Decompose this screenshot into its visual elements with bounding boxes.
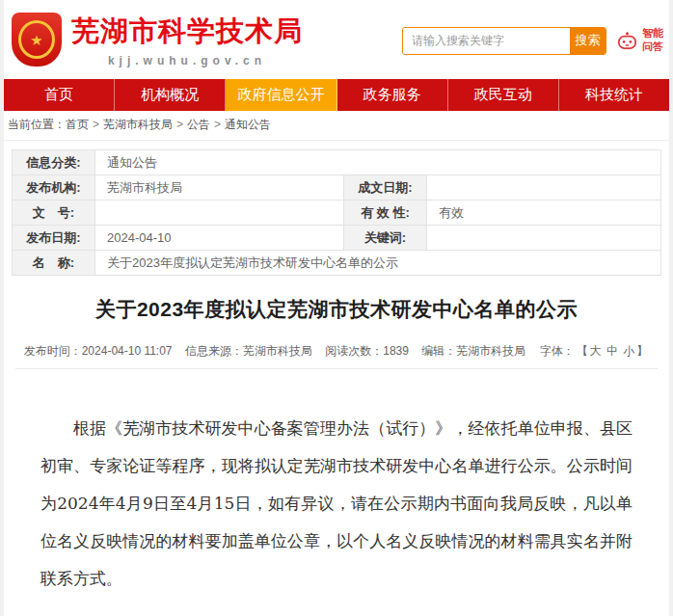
breadcrumb-separator: > (214, 118, 221, 131)
header-tools: 搜索 智能 问答 (402, 27, 663, 55)
article-body: 根据《芜湖市技术研发中心备案管理办法（试行）》，经依托单位申报、县区初审、专家论… (12, 410, 661, 616)
info-category-label: 信息分类: (13, 150, 95, 175)
breadcrumb-home[interactable]: 首页 (66, 118, 89, 131)
nav-item-tech-statistics[interactable]: 科技统计 (559, 79, 669, 111)
font-size-bracket-close: 】 (636, 344, 648, 358)
emblem-star-icon: ★ (18, 20, 55, 59)
article-title: 关于2023年度拟认定芜湖市技术研发中心名单的公示 (12, 296, 661, 323)
meta-divider (15, 368, 658, 369)
info-name-value: 关于2023年度拟认定芜湖市技术研发中心名单的公示 (95, 251, 661, 276)
info-doc-number-value (95, 201, 344, 226)
font-size-label: 字体： (540, 344, 575, 358)
nav-item-gov-services[interactable]: 政务服务 (337, 79, 448, 111)
smart-qa-line1: 智能 (642, 27, 663, 40)
font-size-large-button[interactable]: 大 (590, 344, 602, 358)
breadcrumb-separator: > (93, 118, 99, 131)
article-meta: 发布时间：2024-04-10 11:07 信息来源：芜湖市科技局 阅读次数：1… (12, 343, 661, 360)
info-keywords-value (427, 226, 661, 251)
info-name-label: 名 称: (13, 251, 95, 276)
editor: 编辑：芜湖市科技局 (421, 344, 525, 358)
info-org-value: 芜湖市科技局 (95, 175, 344, 201)
info-publish-date-value: 2024-04-10 (95, 226, 344, 251)
read-count: 阅读次数：1839 (325, 344, 409, 358)
table-row: 信息分类: 通知公告 (13, 150, 661, 175)
nav-item-public-interaction[interactable]: 政民互动 (448, 79, 559, 111)
article-paragraph: 根据《芜湖市技术研发中心备案管理办法（试行）》，经依托单位申报、县区初审、专家论… (40, 410, 633, 598)
site-logo-link[interactable]: ★ 芜湖市科学技术局 kjj.wuhu.gov.cn (12, 13, 303, 67)
smart-qa-label: 智能 问答 (642, 27, 663, 54)
info-publish-date-label: 发布日期: (13, 226, 95, 251)
info-validity-value: 有效 (427, 201, 661, 226)
search-input[interactable] (403, 28, 570, 54)
main-nav: 首页 机构概况 政府信息公开 政务服务 政民互动 科技统计 (4, 79, 669, 111)
site-identity: 芜湖市科学技术局 kjj.wuhu.gov.cn (71, 13, 303, 67)
info-org-label: 发布机构: (13, 175, 95, 201)
info-validity-label: 有 效 性: (344, 201, 427, 226)
site-header: ★ 芜湖市科学技术局 kjj.wuhu.gov.cn 搜索 (4, 0, 669, 79)
breadcrumb-notices[interactable]: 通知公告 (225, 118, 271, 131)
font-size-medium-button[interactable]: 中 (606, 344, 618, 358)
site-title: 芜湖市科学技术局 (71, 13, 303, 51)
publish-time: 发布时间：2024-04-10 11:07 (24, 344, 173, 358)
breadcrumb: 当前位置：首页>芜湖市科技局>公告>通知公告 (4, 111, 669, 141)
smart-qa-entry[interactable]: 智能 问答 (616, 27, 663, 54)
font-size-small-button[interactable]: 小 (623, 344, 634, 358)
info-category-value: 通知公告 (95, 150, 661, 175)
breadcrumb-announcements[interactable]: 公告 (187, 118, 210, 131)
search-button[interactable]: 搜索 (570, 28, 606, 54)
font-size-bracket-open: 【 (577, 344, 588, 358)
page-container: ★ 芜湖市科学技术局 kjj.wuhu.gov.cn 搜索 (4, 0, 669, 616)
main-content: 信息分类: 通知公告 发布机构: 芜湖市科技局 成文日期: 文 号: 有 效 性… (4, 141, 669, 616)
breadcrumb-prefix: 当前位置： (8, 118, 66, 131)
breadcrumb-bureau[interactable]: 芜湖市科技局 (103, 118, 173, 131)
nav-item-home[interactable]: 首页 (4, 79, 115, 111)
robot-icon (616, 30, 638, 52)
site-url: kjj.wuhu.gov.cn (71, 54, 303, 67)
info-keywords-label: 关键词: (344, 226, 427, 251)
table-row: 文 号: 有 效 性: 有效 (13, 201, 661, 226)
breadcrumb-separator: > (176, 118, 183, 131)
info-written-date-value (427, 175, 661, 201)
table-row: 发布日期: 2024-04-10 关键词: (13, 226, 661, 251)
info-source: 信息来源：芜湖市科技局 (185, 344, 312, 358)
table-row: 名 称: 关于2023年度拟认定芜湖市技术研发中心名单的公示 (13, 251, 661, 276)
search-box: 搜索 (402, 27, 606, 55)
info-written-date-label: 成文日期: (344, 175, 427, 201)
nav-item-organization[interactable]: 机构概况 (115, 79, 226, 111)
table-row: 发布机构: 芜湖市科技局 成文日期: (13, 175, 661, 201)
nav-item-gov-info-disclosure[interactable]: 政府信息公开 (226, 79, 336, 111)
national-emblem-icon: ★ (12, 13, 62, 67)
document-info-table: 信息分类: 通知公告 发布机构: 芜湖市科技局 成文日期: 文 号: 有 效 性… (12, 149, 661, 276)
info-doc-number-label: 文 号: (13, 201, 95, 226)
font-size-control: 字体：【大 中 小】 (539, 344, 650, 358)
smart-qa-line2: 问答 (642, 40, 663, 54)
